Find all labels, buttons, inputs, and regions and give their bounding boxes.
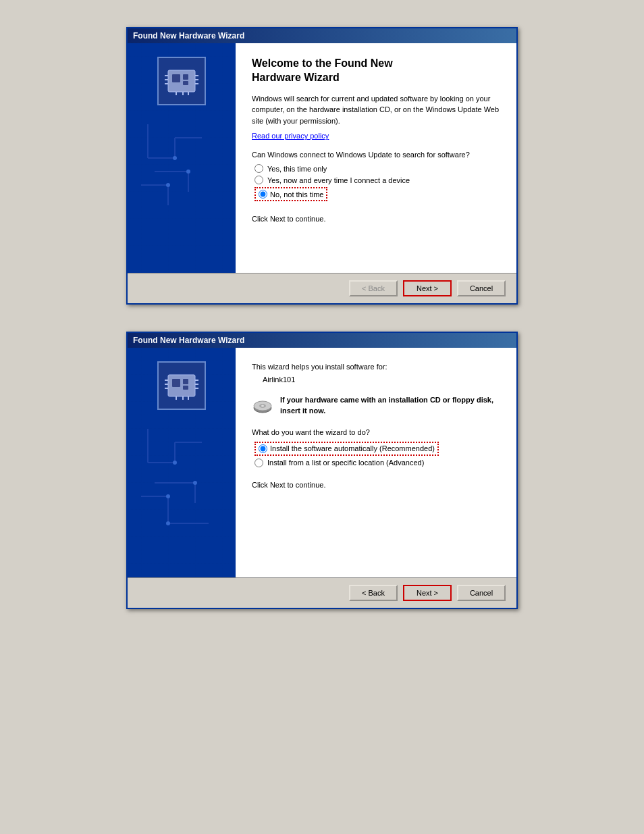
wizard1-radio-group: Yes, this time only Yes, now and every t… <box>254 164 500 201</box>
svg-point-22 <box>186 170 190 174</box>
svg-point-21 <box>173 156 177 160</box>
wizard2-device-name: Airlink101 <box>263 375 500 384</box>
wizard1-sidebar <box>128 43 236 273</box>
wizard2-footer: < Back Next > Cancel <box>128 577 516 608</box>
wizard2-radio-group: Install the software automatically (Reco… <box>254 442 500 467</box>
svg-point-46 <box>173 461 177 465</box>
wizard1-radio1[interactable] <box>254 164 263 173</box>
wizard1-content: Welcome to the Found NewHardware Wizard … <box>236 43 516 273</box>
svg-point-47 <box>193 481 197 485</box>
wizard1-instruction: Click Next to continue. <box>252 215 500 223</box>
wizard2-option1[interactable]: Install the software automatically (Reco… <box>254 442 500 456</box>
wizard1-radio3[interactable] <box>259 190 267 199</box>
wizard1-option3-selected: No, not this time <box>254 187 327 201</box>
wizard1-privacy-link[interactable]: Read our privacy policy <box>252 132 329 140</box>
wizard2-instruction: Click Next to continue. <box>252 481 500 489</box>
svg-rect-26 <box>183 379 188 384</box>
wizard1-window: Found New Hardware Wizard <box>126 27 518 305</box>
wizard1-heading: Welcome to the Found NewHardware Wizard <box>252 57 500 85</box>
wizard2-sidebar <box>128 348 236 577</box>
wizard2-title: Found New Hardware Wizard <box>133 336 244 345</box>
wizard1-option2[interactable]: Yes, now and every time I connect a devi… <box>254 176 500 184</box>
wizard2-content: This wizard helps you install software f… <box>236 348 516 577</box>
wizard1-option2-label: Yes, now and every time I connect a devi… <box>267 176 410 184</box>
hardware-icon2 <box>157 361 206 410</box>
wizard1-titlebar: Found New Hardware Wizard <box>128 28 516 43</box>
wizard2-option2-label: Install from a list or specific location… <box>267 459 424 467</box>
wizard2-radio2[interactable] <box>254 459 263 467</box>
svg-point-23 <box>166 183 170 187</box>
svg-rect-25 <box>172 379 180 387</box>
wizard2-radio1[interactable] <box>259 444 267 453</box>
cd-icon <box>252 396 273 417</box>
hardware-icon <box>157 57 206 105</box>
svg-point-53 <box>261 405 264 407</box>
wizard2-cancel-button[interactable]: Cancel <box>457 585 506 601</box>
wizard2-option1-selected: Install the software automatically (Reco… <box>254 442 439 456</box>
wizard1-option3-label: No, not this time <box>270 190 323 199</box>
svg-rect-1 <box>172 74 180 82</box>
svg-rect-3 <box>183 81 188 85</box>
wizard2-next-button[interactable]: Next > <box>403 585 452 601</box>
wizard1-description: Windows will search for current and upda… <box>252 93 500 127</box>
svg-point-49 <box>166 521 170 525</box>
wizard1-back-button[interactable]: < Back <box>349 280 398 296</box>
wizard1-question: Can Windows connect to Windows Update to… <box>252 151 500 159</box>
wizard1-option1[interactable]: Yes, this time only <box>254 164 500 173</box>
wizard2-back-button[interactable]: < Back <box>349 585 398 601</box>
svg-rect-27 <box>183 386 188 390</box>
wizard1-next-button[interactable]: Next > <box>403 280 452 296</box>
wizard1-option3[interactable]: No, not this time <box>254 187 500 201</box>
wizard2-option1-label: Install the software automatically (Reco… <box>270 444 435 452</box>
wizard2-window: Found New Hardware Wizard <box>126 332 518 609</box>
wizard1-title: Found New Hardware Wizard <box>133 31 244 41</box>
wizard1-footer: < Back Next > Cancel <box>128 273 516 303</box>
wizard1-cancel-button[interactable]: Cancel <box>457 280 506 296</box>
svg-rect-2 <box>183 74 188 80</box>
wizard1-body: Welcome to the Found NewHardware Wizard … <box>128 43 516 273</box>
svg-point-48 <box>166 494 170 498</box>
wizard2-question: What do you want the wizard to do? <box>252 428 500 436</box>
wizard2-cd-message: If your hardware came with an installati… <box>280 394 500 417</box>
wizard2-titlebar: Found New Hardware Wizard <box>128 333 516 348</box>
wizard1-radio2[interactable] <box>254 176 263 184</box>
wizard1-option1-label: Yes, this time only <box>267 165 327 173</box>
wizard2-body: This wizard helps you install software f… <box>128 348 516 577</box>
wizard2-cd-row: If your hardware came with an installati… <box>252 394 500 417</box>
wizard2-option2[interactable]: Install from a list or specific location… <box>254 459 500 467</box>
wizard2-description: This wizard helps you install software f… <box>252 361 500 373</box>
